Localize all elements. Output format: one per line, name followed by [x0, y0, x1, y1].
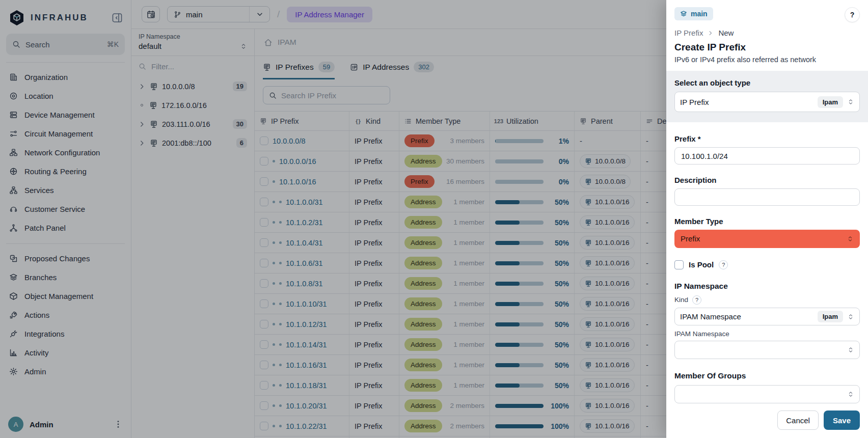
- object-type-section: Select an object type IP Prefix Ipam: [666, 71, 868, 122]
- description-field-label: Description: [674, 176, 860, 184]
- member-of-groups-select[interactable]: [674, 385, 860, 403]
- is-pool-row: Is Pool ?: [674, 260, 860, 269]
- kind-value: IPAM Namespace: [680, 312, 813, 321]
- breadcrumb-ip-prefix[interactable]: IP Prefix: [674, 29, 703, 37]
- object-type-label: Select an object type: [674, 78, 860, 87]
- kind-badge: Ipam: [818, 311, 843, 322]
- is-pool-help-icon[interactable]: ?: [719, 260, 728, 269]
- kind-help-icon[interactable]: ?: [692, 295, 701, 305]
- chevron-right-icon: [708, 30, 714, 36]
- updown-chevron-icon: [847, 235, 854, 242]
- description-input[interactable]: [674, 188, 860, 206]
- member-type-field-label: Member Type: [674, 217, 860, 226]
- kind-label-row: Kind ?: [674, 295, 860, 305]
- drawer-footer: Cancel Save: [666, 403, 868, 438]
- ipam-namespace-select[interactable]: [674, 341, 860, 359]
- save-button[interactable]: Save: [824, 410, 860, 430]
- drawer-breadcrumb: IP Prefix New: [674, 29, 860, 37]
- updown-chevron-icon: [847, 98, 854, 105]
- prefix-input[interactable]: [674, 147, 860, 165]
- object-type-kind-badge: Ipam: [818, 96, 843, 108]
- branch-badge-label: main: [691, 10, 708, 18]
- member-of-groups-heading: Member Of Groups: [674, 371, 860, 380]
- drawer-form: Prefix * Description Member Type Prefix …: [666, 122, 868, 403]
- member-type-select[interactable]: Prefix: [674, 230, 860, 248]
- kind-select[interactable]: IPAM Namespace Ipam: [674, 308, 860, 326]
- ipam-namespace-label: IPAM Namespace: [674, 330, 860, 338]
- object-type-value: IP Prefix: [680, 98, 813, 106]
- layers-icon: [680, 10, 687, 17]
- updown-chevron-icon: [847, 346, 854, 353]
- kind-label: Kind: [674, 296, 688, 304]
- help-button[interactable]: ?: [845, 7, 860, 22]
- object-type-select[interactable]: IP Prefix Ipam: [674, 92, 860, 112]
- cancel-button[interactable]: Cancel: [777, 410, 819, 430]
- updown-chevron-icon: [847, 391, 854, 398]
- prefix-field-label: Prefix *: [674, 134, 860, 143]
- is-pool-label: Is Pool: [689, 260, 714, 269]
- branch-badge: main: [674, 7, 713, 20]
- breadcrumb-new: New: [718, 29, 734, 37]
- updown-chevron-icon: [847, 313, 854, 320]
- modal-overlay[interactable]: [0, 0, 666, 438]
- create-ip-prefix-drawer: main ? IP Prefix New Create IP Prefix IP…: [666, 0, 868, 438]
- ip-namespace-heading: IP Namespace: [674, 282, 860, 291]
- drawer-subtitle: IPv6 or IPv4 prefix also referred as net…: [674, 56, 860, 64]
- drawer-header: main ? IP Prefix New Create IP Prefix IP…: [666, 0, 868, 71]
- member-type-value: Prefix: [681, 234, 847, 243]
- is-pool-checkbox[interactable]: [674, 260, 684, 269]
- drawer-title: Create IP Prefix: [674, 42, 860, 53]
